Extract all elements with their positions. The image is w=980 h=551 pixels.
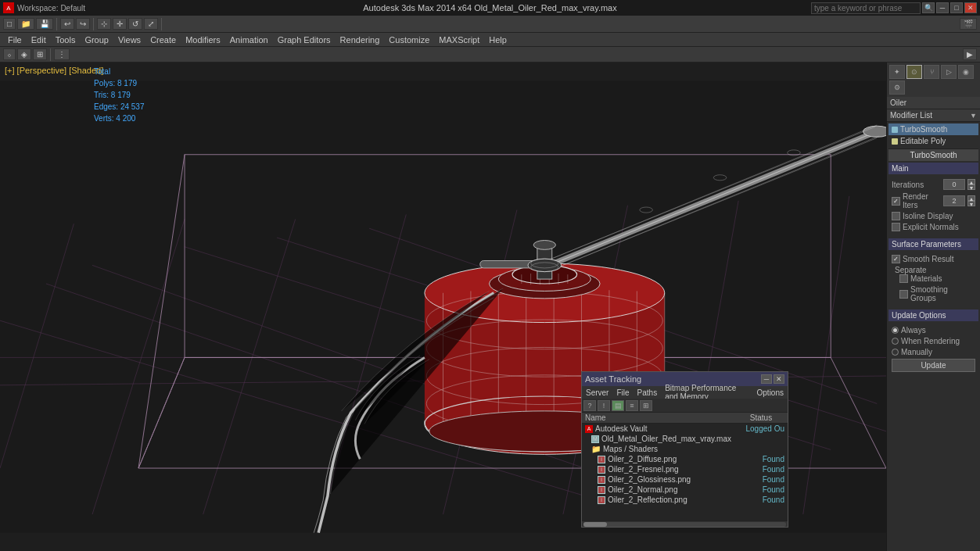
at-tb-btn5[interactable]: ⊞: [640, 400, 652, 411]
when-rendering-radio[interactable]: [892, 338, 899, 345]
render-iters-down[interactable]: ▼: [967, 201, 975, 206]
viewport[interactable]: [+] [Perspective] [Shaded] Total Polys: …: [0, 63, 886, 551]
object-name: Oiler: [890, 98, 906, 107]
render-iters-spinner[interactable]: ▲ ▼: [967, 195, 975, 206]
smoothing-groups-label: Smoothing Groups: [910, 285, 975, 302]
smoothing-groups-checkbox[interactable]: [899, 290, 908, 299]
at-scrollthumb[interactable]: [583, 522, 607, 527]
menu-customize[interactable]: Customize: [384, 33, 434, 47]
modifier-list: TurboSmooth Editable Poly TurboSmooth Ma…: [887, 122, 980, 551]
modifier-list-label: Modifier List: [890, 111, 932, 120]
at-tb-btn4[interactable]: ≡: [626, 400, 638, 411]
menu-animation[interactable]: Animation: [225, 33, 273, 47]
rotate-button[interactable]: ↺: [128, 18, 142, 30]
surface-params-header: Surface Parameters: [888, 238, 978, 250]
at-row-diffuse[interactable]: i Oiler_2_Diffuse.png Found: [582, 454, 788, 464]
modifier-editable-poly[interactable]: Editable Poly: [888, 135, 978, 147]
render-iters-input[interactable]: [943, 195, 965, 206]
menu-help[interactable]: Help: [484, 33, 512, 47]
at-scrollbar[interactable]: [582, 521, 788, 527]
iterations-spinner[interactable]: ▲ ▼: [967, 179, 975, 190]
menu-group[interactable]: Group: [80, 33, 113, 47]
modifier-list-dropdown-arrow[interactable]: ▼: [970, 112, 977, 120]
menu-rendering[interactable]: Rendering: [336, 33, 385, 47]
menu-modifiers[interactable]: Modifiers: [181, 33, 225, 47]
render-iters-up[interactable]: ▲: [967, 195, 975, 201]
move-button[interactable]: ✛: [113, 18, 127, 30]
search-input[interactable]: [811, 2, 921, 14]
always-radio[interactable]: [892, 327, 899, 334]
tb2-render-frame[interactable]: ▶: [963, 48, 977, 60]
iterations-down[interactable]: ▼: [967, 184, 975, 190]
at-tb-btn2[interactable]: !: [598, 400, 610, 411]
menu-file[interactable]: File: [3, 33, 27, 47]
minimize-button[interactable]: ─: [936, 2, 949, 13]
at-vault-status: Logged Ou: [738, 424, 784, 433]
when-rendering-label: When Rendering: [901, 337, 975, 345]
maximize-button[interactable]: □: [950, 2, 963, 13]
modifier-turbosmooth[interactable]: TurboSmooth: [888, 123, 978, 135]
tb2-btn1[interactable]: ⬦: [3, 48, 16, 60]
at-normal-name: Oiler_2_Normal.png: [608, 485, 735, 494]
at-content[interactable]: A Autodesk Vault Logged Ou M Old_Metal_O…: [582, 424, 788, 521]
at-row-normal[interactable]: i Oiler_2_Normal.png Found: [582, 485, 788, 495]
at-row-glossiness[interactable]: i Oiler_2_Glossiness.png Found: [582, 474, 788, 485]
menu-edit[interactable]: Edit: [27, 33, 51, 47]
update-button[interactable]: Update: [892, 359, 975, 372]
at-row-reflection[interactable]: i Oiler_2_Reflection.png Found: [582, 495, 788, 505]
new-button[interactable]: □: [3, 18, 16, 30]
menu-tools[interactable]: Tools: [51, 33, 81, 47]
smooth-result-checkbox[interactable]: ✓: [892, 255, 900, 263]
iterations-input[interactable]: [943, 179, 965, 190]
undo-button[interactable]: ↩: [60, 18, 74, 30]
close-button[interactable]: ✕: [964, 2, 977, 13]
explicit-normals-checkbox[interactable]: [892, 223, 900, 231]
search-button[interactable]: 🔍: [922, 2, 935, 13]
rp-hierarchy-icon[interactable]: ⑂: [924, 65, 939, 79]
open-button[interactable]: 📁: [17, 18, 34, 30]
asset-tracking-panel: Asset Tracking ─ ✕ Server File Paths Bit…: [581, 371, 788, 528]
viewport-stats: Total Polys: 8 179 Tris: 8 179 Edges: 24…: [94, 66, 145, 124]
at-menu-options[interactable]: Options: [753, 388, 788, 397]
rp-create-icon[interactable]: ✦: [889, 65, 905, 79]
rp-display-icon[interactable]: ◉: [958, 65, 974, 79]
at-row-vault[interactable]: A Autodesk Vault Logged Ou: [582, 424, 788, 434]
at-row-maxfile[interactable]: M Old_Metal_Oiler_Red_max_vray.max: [582, 434, 788, 444]
render-button[interactable]: 🎬: [960, 18, 977, 30]
iterations-up[interactable]: ▲: [967, 179, 975, 184]
save-button[interactable]: 💾: [36, 18, 53, 30]
scale-button[interactable]: ⤢: [144, 18, 158, 30]
at-close-button[interactable]: ✕: [774, 374, 784, 384]
at-menu-paths[interactable]: Paths: [634, 388, 662, 397]
manually-radio[interactable]: [892, 349, 899, 356]
menu-graph-editors[interactable]: Graph Editors: [273, 33, 336, 47]
rp-motion-icon[interactable]: ▷: [941, 65, 957, 79]
select-button[interactable]: ⊹: [97, 18, 111, 30]
maps-folder-icon: 📁: [591, 445, 601, 453]
redo-button[interactable]: ↪: [76, 18, 90, 30]
at-menu-server[interactable]: Server: [582, 388, 612, 397]
materials-checkbox[interactable]: [899, 274, 908, 283]
menu-views[interactable]: Views: [113, 33, 145, 47]
tb2-snap[interactable]: ⋮: [54, 48, 70, 60]
isoline-checkbox[interactable]: [892, 212, 900, 220]
rp-modify-icon[interactable]: ⊙: [906, 65, 922, 79]
rp-utilities-icon[interactable]: ⚙: [889, 81, 905, 95]
at-tb-btn1[interactable]: ?: [583, 400, 596, 411]
right-panel-icon-row: ✦ ⊙ ⑂ ▷ ◉ ⚙: [887, 63, 980, 97]
at-fresnel-name: Oiler_2_Fresnel.png: [608, 465, 735, 474]
at-minimize-button[interactable]: ─: [761, 374, 772, 384]
workspace-dropdown[interactable]: Workspace: Default: [17, 4, 85, 13]
editable-poly-light: [892, 138, 898, 145]
at-tb-btn3[interactable]: ▤: [612, 400, 624, 411]
at-row-maps[interactable]: 📁 Maps / Shaders: [582, 444, 788, 454]
at-reflection-name: Oiler_2_Reflection.png: [608, 496, 735, 504]
tb2-btn3[interactable]: ⊞: [33, 48, 47, 60]
title-bar-title: Autodesk 3ds Max 2014 x64 Old_Metal_Oile…: [363, 3, 616, 13]
at-row-fresnel[interactable]: i Oiler_2_Fresnel.png Found: [582, 464, 788, 474]
menu-maxscript[interactable]: MAXScript: [434, 33, 484, 47]
tb2-btn2[interactable]: ◈: [17, 48, 31, 60]
at-menu-file[interactable]: File: [612, 388, 633, 397]
render-iters-checkbox[interactable]: ✓: [892, 197, 900, 206]
menu-create[interactable]: Create: [145, 33, 181, 47]
